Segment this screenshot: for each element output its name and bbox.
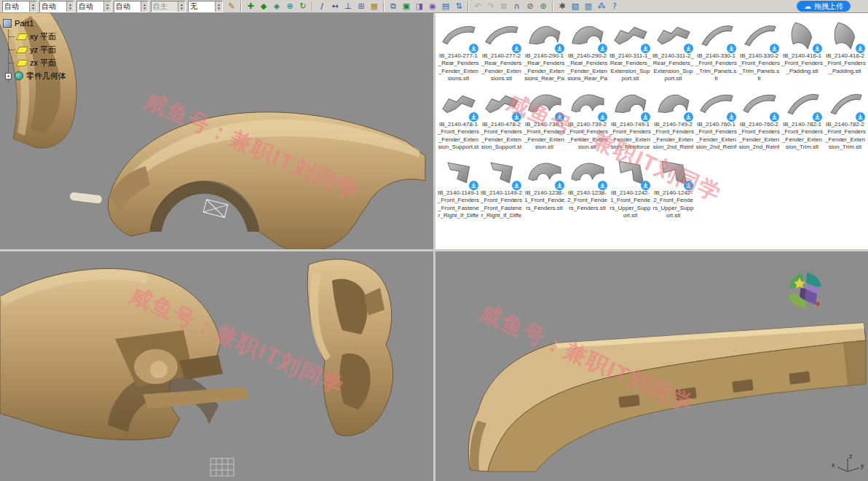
dropdown-spinner-icon[interactable]: ▴▾ [103,1,111,12]
download-badge[interactable] [684,44,693,53]
download-badge[interactable] [512,112,521,122]
download-badge[interactable] [856,44,865,53]
pan-icon[interactable]: ✚ [244,1,257,12]
stl-file-tile[interactable]: IB_2140-330-1_Front_Fenders_Trim_Panels.… [695,20,737,84]
stl-file-tile[interactable]: IB_2140-739-2_Front_Fenders_Fender_Exten… [567,89,608,152]
tree-item[interactable]: + yz 平面 [9,43,66,56]
snap-icon[interactable]: ⊥ [342,1,355,12]
toolbar-dropdown[interactable]: 自主 ▴▾ [151,1,186,12]
tools-icon[interactable]: ✱ [556,1,569,12]
stl-file-tile[interactable]: IB_2140-1238-1_Front_Fenders_Fenders.stl [524,157,565,221]
model-inner-fender[interactable] [307,259,392,436]
stl-thumbnail[interactable] [482,20,521,51]
toolbar-dropdown[interactable]: 无 ▴▾ [188,1,223,12]
download-badge[interactable] [684,112,693,122]
stl-thumbnail[interactable] [654,157,693,188]
model-fender-flare[interactable] [468,323,866,472]
stl-file-tile[interactable]: IB_2140-277-2_Rear_Fenders_Fender_Extens… [481,20,522,84]
stl-thumbnail[interactable] [826,20,865,51]
stl-file-tile[interactable]: IB_2140-290-1_Rear_Fenders_Fender_Extens… [524,20,565,84]
stl-thumbnail[interactable] [525,157,564,188]
stl-thumbnail[interactable] [439,89,478,120]
download-badge[interactable] [856,112,865,122]
stl-file-tile[interactable]: IB_2140-749-2_Front_Fenders_Fender_Exten… [652,89,694,152]
pen-icon[interactable]: ✎ [225,1,238,12]
download-badge[interactable] [770,112,779,122]
model-left-fender-assembly[interactable] [0,268,249,439]
download-badge[interactable] [641,44,650,53]
stl-file-tile[interactable]: IB_2140-277-1_Rear_Fenders_Fender_Extens… [438,20,479,84]
stl-thumbnail[interactable] [482,157,521,188]
download-badge[interactable] [469,44,478,53]
upload-button[interactable]: ☁ 拖拽上传 [797,1,851,12]
download-badge[interactable] [512,44,521,53]
stl-file-tile[interactable]: IB_2140-782-1_Front_Fenders_Fender_Exten… [781,89,823,152]
dropdown-spinner-icon[interactable]: ▴▾ [141,1,148,12]
stl-thumbnail[interactable] [783,20,822,51]
download-badge[interactable] [555,112,564,122]
stl-file-tile[interactable]: IB_2140-416-1_Front_Fenders_Padding.stl [781,20,823,84]
table-icon[interactable]: ▦ [368,1,381,12]
viewport-bottom-right[interactable]: z x y 咸鱼号：兼职IT刘同学 [435,251,868,481]
download-badge[interactable] [555,181,564,190]
stl-file-tile[interactable]: IB_2140-1149-1_Front_Fenders_Front_Faste… [438,157,479,221]
lock-icon[interactable]: ⊘ [524,1,537,12]
download-badge[interactable] [512,181,521,190]
stl-thumbnail[interactable] [568,20,607,51]
stl-thumbnail[interactable] [697,89,736,120]
stl-thumbnail[interactable] [525,20,564,51]
stl-file-tile[interactable]: IB_2140-760-1_Front_Fenders_Fender_Exten… [695,89,737,152]
globe-icon[interactable]: ⊛ [537,1,550,12]
stl-thumbnail[interactable] [439,157,478,188]
chart-icon[interactable]: ▧ [569,1,582,12]
tree-item[interactable]: + 零件几何体 [9,69,66,82]
stl-file-tile[interactable]: IB_2140-760-2_Front_Fenders_Fender_Exten… [738,89,780,152]
stl-thumbnail[interactable] [697,20,736,51]
stl-thumbnail[interactable] [826,89,865,120]
toolbar-dropdown[interactable]: 自动 ▴▾ [2,1,37,12]
expand-icon[interactable]: + [5,73,12,79]
stl-file-tile[interactable]: IB_2140-749-1_Front_Fenders_Fender_Exten… [609,89,651,152]
stl-thumbnail[interactable] [525,89,564,120]
viewport-bottom-left[interactable]: 咸鱼号：兼职IT刘同学 [0,251,433,481]
dropdown-spinner-icon[interactable]: ▴▾ [178,1,185,12]
dimension-icon[interactable]: ↔ [328,1,342,12]
undo-icon[interactable]: ↶ [471,1,484,12]
capture-icon[interactable]: ◉ [426,1,439,12]
image-icon[interactable]: ◨ [413,1,426,12]
doc-icon[interactable]: ▤ [439,1,452,12]
download-badge[interactable] [598,112,607,122]
line-icon[interactable]: ∕ [315,1,328,12]
stl-thumbnail[interactable] [740,20,779,51]
redo-icon[interactable]: ↷ [484,1,497,12]
dropdown-spinner-icon[interactable]: ▴▾ [215,1,222,12]
stl-file-tile[interactable]: IB_2140-1238-2_Front_Fenders_Fenders.stl [567,157,608,221]
tree-item[interactable]: + zx 平面 [9,56,66,69]
viewport-top-left[interactable]: Part1 + xy 平面 + yz 平面 + zx 平面 + 零件几何体 咸鱼… [0,13,433,249]
layers-icon[interactable]: ▥ [582,1,595,12]
stl-file-tile[interactable]: IB_2140-311-1_Rear_Fenders_Extension_Sup… [609,20,651,84]
toolbar-dropdown[interactable]: 自动 ▴▾ [39,1,74,12]
stl-file-tile[interactable]: IB_2140-311-2_Rear_Fenders_Extension_Sup… [652,20,694,84]
download-badge[interactable] [598,44,607,53]
orbit-icon[interactable]: ↻ [296,1,309,12]
download-badge[interactable] [469,181,478,190]
stl-file-tile[interactable]: IB_2140-1242-2_Front_Fenders_Upper_Suppo… [652,157,694,221]
export-icon[interactable]: ⇅ [452,1,465,12]
paste-icon[interactable]: ▣ [400,1,413,12]
download-badge[interactable] [813,44,822,53]
stl-file-tile[interactable]: IB_2140-478-2_Front_Fenders_Fender_Exten… [481,89,522,152]
download-badge[interactable] [727,44,736,53]
download-badge[interactable] [641,112,650,122]
stl-file-tile[interactable]: IB_2140-739-1_Front_Fenders_Fender_Exten… [524,89,565,152]
stl-file-tile[interactable]: IB_2140-1242-1_Front_Fenders_Upper_Suppo… [609,157,651,221]
dropdown-spinner-icon[interactable]: ▴▾ [29,1,36,12]
stl-file-tile[interactable]: IB_2140-1149-2_Front_Fenders_Front_Faste… [481,157,522,221]
download-badge[interactable] [770,44,779,53]
stl-thumbnail[interactable] [740,89,779,120]
orientation-gizmo[interactable] [788,273,821,308]
stl-thumbnail[interactable] [568,89,607,120]
download-badge[interactable] [813,112,822,122]
move-icon[interactable]: ◆ [257,1,270,12]
stl-file-tile[interactable]: IB_2140-330-2_Front_Fenders_Trim_Panels.… [738,20,780,84]
